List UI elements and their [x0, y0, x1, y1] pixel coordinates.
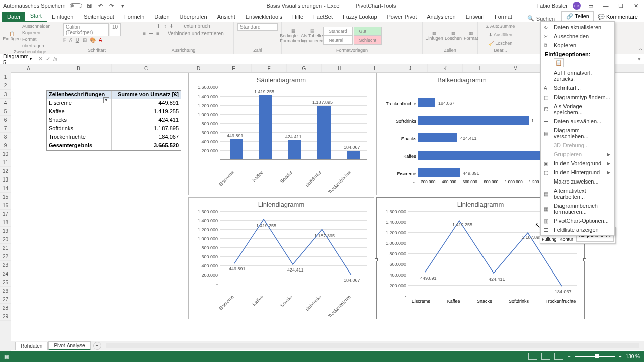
- font-name[interactable]: Calibri (Textkörper): [63, 23, 109, 36]
- row-header[interactable]: 15: [0, 193, 11, 201]
- row-header[interactable]: 6: [0, 116, 11, 124]
- row-header[interactable]: 23: [0, 261, 11, 269]
- qat-dropdown-icon[interactable]: ▾: [119, 2, 126, 9]
- row-header[interactable]: 5: [0, 107, 11, 116]
- tab-start[interactable]: Start: [25, 11, 47, 22]
- sheet-tab-pivot-analyse[interactable]: Pivot-Analyse: [48, 341, 90, 350]
- underline-button[interactable]: U: [76, 37, 79, 43]
- maximize-icon[interactable]: ☐: [616, 2, 626, 9]
- tab-ueberpruefen[interactable]: Überprüfen: [175, 12, 212, 22]
- context-menu-item[interactable]: ☰Feldliste anzeigen: [541, 225, 614, 234]
- delete-cells[interactable]: ▦Löschen: [445, 25, 462, 47]
- row-header[interactable]: 28: [0, 304, 11, 312]
- fx-icon[interactable]: fx: [53, 56, 58, 62]
- row-header[interactable]: 26: [0, 287, 11, 295]
- context-menu-item[interactable]: ◫Diagrammtyp ändern...: [541, 93, 614, 102]
- insert-cells[interactable]: ▦Einfügen: [426, 25, 443, 47]
- paste-option-icon[interactable]: 📋: [541, 59, 614, 68]
- zoom-level[interactable]: 130 %: [626, 354, 640, 359]
- comments-button[interactable]: 💬 Kommentare: [594, 12, 642, 22]
- tab-format[interactable]: Format: [490, 12, 517, 22]
- context-menu-item[interactable]: ▤Diagramm verschieben...: [541, 126, 614, 141]
- row-header[interactable]: 20: [0, 235, 11, 244]
- row-header[interactable]: 9: [0, 141, 11, 150]
- row-header[interactable]: 14: [0, 184, 11, 193]
- tab-einfuegen[interactable]: Einfügen: [47, 12, 78, 22]
- page-break-view-icon[interactable]: [554, 353, 564, 360]
- row-header[interactable]: 1: [0, 73, 11, 81]
- share-button[interactable]: 🔗 Teilen: [561, 11, 594, 22]
- context-menu-item[interactable]: ▤Alternativtext bearbeiten...: [541, 186, 614, 201]
- tab-analysieren[interactable]: Analysieren: [422, 12, 460, 22]
- row-header[interactable]: 16: [0, 201, 11, 210]
- minimize-icon[interactable]: —: [601, 2, 611, 9]
- add-sheet-button[interactable]: +: [93, 342, 101, 350]
- row-header[interactable]: 24: [0, 269, 11, 278]
- collapse-ribbon-icon[interactable]: ^: [639, 47, 642, 53]
- font-size[interactable]: 10: [110, 23, 121, 36]
- row-header[interactable]: 19: [0, 227, 11, 235]
- number-format[interactable]: Standard: [237, 23, 278, 31]
- row-header[interactable]: 13: [0, 175, 11, 184]
- tab-hilfe[interactable]: Hilfe: [287, 12, 308, 22]
- page-layout-view-icon[interactable]: [541, 353, 550, 360]
- row-header[interactable]: 18: [0, 218, 11, 227]
- font-color-button[interactable]: A: [99, 37, 102, 43]
- row-header[interactable]: 8: [0, 133, 11, 141]
- row-header[interactable]: 11: [0, 158, 11, 167]
- tab-ansicht[interactable]: Ansicht: [212, 12, 240, 22]
- row-header[interactable]: 7: [0, 124, 11, 133]
- context-menu-item[interactable]: Makro zuweisen...: [541, 177, 614, 186]
- context-menu-item[interactable]: Auf Formatvorl. zurücks.: [541, 68, 614, 83]
- border-button[interactable]: ⊞: [83, 37, 87, 43]
- row-header[interactable]: 27: [0, 295, 11, 304]
- tab-formeln[interactable]: Formeln: [119, 12, 149, 22]
- normal-view-icon[interactable]: [528, 353, 537, 360]
- zoom-slider[interactable]: [575, 356, 615, 357]
- format-cells[interactable]: ▦Format: [464, 25, 478, 47]
- user-avatar[interactable]: FB: [573, 2, 581, 10]
- clear[interactable]: 🧹 Löschen: [489, 40, 513, 47]
- cancel-formula-icon[interactable]: ✕: [38, 56, 43, 62]
- paste-button[interactable]: 📋Einfügen: [3, 25, 20, 47]
- tab-seitenlayout[interactable]: Seitenlayout: [78, 12, 119, 22]
- save-icon[interactable]: 🖫: [86, 2, 93, 9]
- row-header[interactable]: 29: [0, 312, 11, 321]
- tab-entwurf[interactable]: Entwurf: [461, 12, 490, 22]
- row-header[interactable]: 22: [0, 252, 11, 261]
- format-as-table[interactable]: ▤Als Tabelle formatieren: [304, 25, 321, 47]
- autosave-toggle[interactable]: [70, 3, 82, 8]
- redo-icon[interactable]: ↷: [108, 2, 115, 9]
- format-painter-button[interactable]: Format übertragen: [22, 36, 57, 49]
- context-menu-item[interactable]: ↻Daten aktualisieren: [541, 23, 614, 32]
- row-header[interactable]: 2: [0, 81, 11, 90]
- copy-button[interactable]: Kopieren: [22, 30, 57, 36]
- fill-color-button[interactable]: 🎨: [90, 37, 96, 43]
- conditional-formatting[interactable]: ▦Bedingte Formatierung: [285, 25, 302, 47]
- row-header[interactable]: 21: [0, 244, 11, 252]
- column-chart[interactable]: Säulendiagramm 1.600.000 1.400.000 1.200…: [188, 73, 374, 195]
- fill[interactable]: ⬇ Ausfüllen: [489, 32, 512, 38]
- row-header[interactable]: 4: [0, 99, 11, 107]
- context-menu-item[interactable]: ▥PivotChart-Optionen...: [541, 216, 614, 225]
- context-menu-item[interactable]: ASchriftart...: [541, 83, 614, 93]
- context-menu-item[interactable]: ▣In den Vordergrund▶: [541, 159, 614, 168]
- wrap-text[interactable]: Textumbruch: [181, 23, 210, 29]
- zoom-out-icon[interactable]: −: [568, 354, 571, 359]
- context-menu-item[interactable]: ✂Ausschneiden: [541, 32, 614, 41]
- bold-button[interactable]: F: [63, 37, 66, 43]
- bar-chart[interactable]: Balkendiagramm Trockenfrüchte Softdrinks…: [376, 73, 547, 195]
- italic-button[interactable]: K: [69, 37, 73, 43]
- pivot-table[interactable]: Zeilenbeschriftungen▾ Summe von Umsatz […: [46, 90, 181, 151]
- context-menu-item[interactable]: ▦Diagrammbereich formatieren...: [541, 201, 614, 216]
- cut-button[interactable]: Ausschneiden: [22, 23, 57, 30]
- ribbon-options-icon[interactable]: ▭: [586, 2, 596, 9]
- tab-entwicklertools[interactable]: Entwicklertools: [240, 12, 287, 22]
- undo-icon[interactable]: ↶: [97, 2, 104, 9]
- context-menu-item[interactable]: ▢In den Hintergrund▶: [541, 168, 614, 177]
- context-menu-item[interactable]: 🖫Als Vorlage speichern...: [541, 102, 614, 117]
- record-macro-icon[interactable]: ▦: [4, 354, 9, 359]
- tab-daten[interactable]: Daten: [149, 12, 174, 22]
- tab-datei[interactable]: Datei: [2, 12, 25, 22]
- expand-formula-icon[interactable]: ▾: [635, 56, 644, 62]
